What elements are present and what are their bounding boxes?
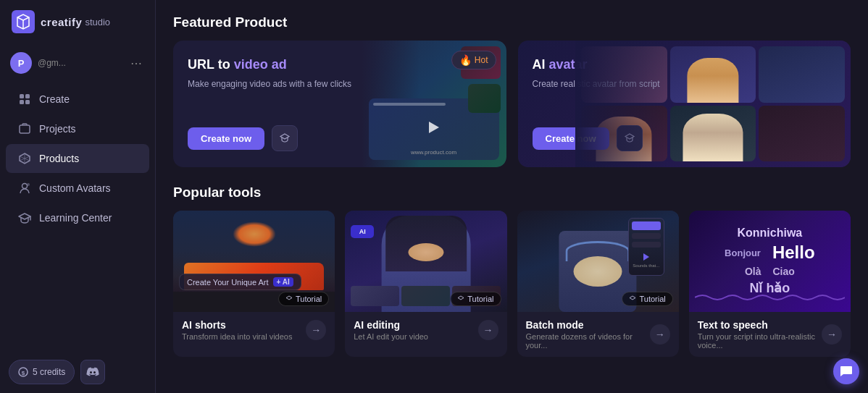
svg-rect-3 (20, 100, 24, 104)
word-ola: Olà (745, 266, 761, 277)
credits-icon: $ (18, 367, 28, 377)
ai-shorts-tutorial-badge: Tutorial (278, 292, 329, 306)
url-learn-button[interactable] (272, 125, 298, 151)
tool-card-batch-mode: Sounds that... Tutorial Batch mode Gener… (517, 211, 679, 357)
batch-mode-name: Batch mode (526, 319, 650, 331)
sidebar: creatify studio P @gm... ⋯ Create Projec… (0, 0, 156, 393)
ai-editing-thumbnail: AI Tutorial (345, 211, 506, 312)
batch-mode-footer: Batch mode Generate dozens of videos for… (517, 312, 679, 357)
tool-card-text-to-speech: Konnichiwa Bonjour Hello Olà Ciao Nǐ hǎo (689, 211, 851, 357)
custom-avatars-label: Custom Avatars (39, 182, 111, 194)
mortar-icon-3 (629, 295, 636, 303)
ai-tag: + AI (273, 277, 293, 287)
svg-rect-1 (20, 94, 24, 98)
url-card-desc: Make engaging video ads with a few click… (188, 77, 492, 90)
graduation-icon (279, 132, 291, 144)
ai-editing-desc: Let AI edit your video (354, 332, 428, 341)
batch-mode-badge-label: Tutorial (639, 295, 665, 303)
sidebar-item-projects[interactable]: Projects (6, 114, 149, 143)
logo-area: creatify studio (0, 10, 155, 46)
ai-editing-arrow[interactable]: → (478, 320, 498, 340)
avatar: P (10, 52, 32, 74)
projects-label: Projects (39, 123, 76, 135)
word-bonjour: Bonjour (725, 248, 761, 258)
url-create-now-button[interactable]: Create now (188, 127, 264, 150)
text-to-speech-desc: Turn your script into ultra-realistic vo… (698, 332, 822, 350)
sidebar-bottom: $ 5 credits (0, 351, 155, 393)
svg-rect-5 (20, 125, 30, 133)
products-icon (17, 151, 32, 166)
create-label: Create (39, 93, 70, 105)
projects-icon (17, 122, 32, 136)
ai-shorts-name: AI shorts (182, 319, 292, 331)
word-ciao: Ciao (772, 266, 794, 277)
popular-tools-title: Popular tools (173, 185, 851, 200)
svg-rect-2 (25, 94, 30, 98)
learning-center-label: Learning Center (39, 212, 112, 224)
chat-icon (840, 365, 853, 378)
hot-label: Hot (475, 55, 488, 65)
user-menu-button[interactable]: ⋯ (128, 55, 145, 72)
text-to-speech-footer: Text to speech Turn your script into ult… (689, 312, 851, 357)
svg-text:$: $ (22, 370, 25, 376)
text-to-speech-arrow[interactable]: → (822, 324, 842, 345)
url-to-video-card: URL to video ad Make engaging video ads … (173, 41, 506, 167)
text-to-speech-thumbnail: Konnichiwa Bonjour Hello Olà Ciao Nǐ hǎo (689, 211, 851, 312)
sidebar-item-products[interactable]: Products (6, 144, 149, 173)
ai-shorts-badge-label: Tutorial (296, 295, 322, 303)
create-icon (17, 92, 32, 106)
ai-editing-footer: AI editing Let AI edit your video → (345, 312, 506, 348)
word-hello: Hello (772, 242, 815, 263)
ai-edit-tag: AI (351, 225, 374, 238)
discord-button[interactable] (80, 360, 105, 384)
sidebar-item-learning-center[interactable]: Learning Center (6, 203, 149, 232)
create-art-badge: Create Your Unique Art + AI (179, 274, 301, 290)
discord-icon (86, 367, 99, 377)
batch-mode-thumbnail: Sounds that... Tutorial (517, 211, 679, 312)
featured-title: Featured Product (173, 14, 851, 30)
products-label: Products (39, 153, 79, 164)
svg-point-7 (22, 184, 28, 189)
ai-avatar-card: AI avatar Create realistic avatar from s… (518, 41, 851, 167)
learning-center-icon (17, 211, 32, 225)
sidebar-nav: Create Projects Products Cust (0, 84, 155, 233)
custom-avatars-icon (17, 181, 32, 195)
url-card-title: URL to video ad (188, 56, 492, 73)
user-row: P @gm... ⋯ (0, 46, 155, 80)
ai-editing-name: AI editing (354, 319, 428, 331)
batch-mode-tutorial-badge: Tutorial (622, 292, 672, 306)
sidebar-item-custom-avatars[interactable]: Custom Avatars (6, 174, 149, 203)
ai-shorts-thumbnail: Create Your Unique Art + AI Tutorial (173, 211, 335, 312)
ai-shorts-arrow[interactable]: → (306, 320, 326, 340)
logo-brand: creatify (41, 16, 82, 28)
credits-label: 5 credits (33, 367, 65, 377)
chat-button[interactable] (833, 358, 859, 384)
batch-mode-arrow[interactable]: → (650, 324, 670, 345)
credits-button[interactable]: $ 5 credits (9, 360, 75, 384)
word-konnichiwa: Konnichiwa (737, 227, 802, 240)
svg-point-11 (90, 371, 92, 373)
creatify-logo-icon (12, 10, 35, 33)
user-email: @gm... (38, 58, 128, 68)
create-art-text: Create Your Unique Art (187, 278, 269, 287)
sidebar-item-create[interactable]: Create (6, 85, 149, 114)
ai-shorts-desc: Transform idea into viral videos (182, 332, 292, 341)
mortar-icon-2 (457, 295, 464, 303)
logo-product: studio (85, 17, 110, 28)
ai-shorts-footer: AI shorts Transform idea into viral vide… (173, 312, 335, 348)
batch-mode-desc: Generate dozens of videos for your... (526, 332, 650, 350)
tools-grid: Create Your Unique Art + AI Tutorial AI … (173, 211, 851, 357)
featured-grid: URL to video ad Make engaging video ads … (173, 41, 851, 167)
tool-card-ai-editing: AI Tutorial AI editing Let AI ed (345, 211, 506, 357)
svg-point-12 (93, 371, 96, 373)
svg-rect-4 (25, 100, 30, 104)
text-to-speech-name: Text to speech (698, 319, 822, 331)
main-content: Featured Product URL to video ad Make en… (156, 0, 868, 393)
mortar-icon (285, 295, 293, 303)
svg-point-8 (27, 183, 30, 186)
ai-editing-tutorial-badge: Tutorial (450, 292, 501, 306)
audio-wave (695, 292, 845, 303)
hot-badge: 🔥 Hot (451, 51, 496, 69)
ai-editing-badge-label: Tutorial (467, 295, 493, 303)
tool-card-ai-shorts: Create Your Unique Art + AI Tutorial AI … (173, 211, 335, 357)
